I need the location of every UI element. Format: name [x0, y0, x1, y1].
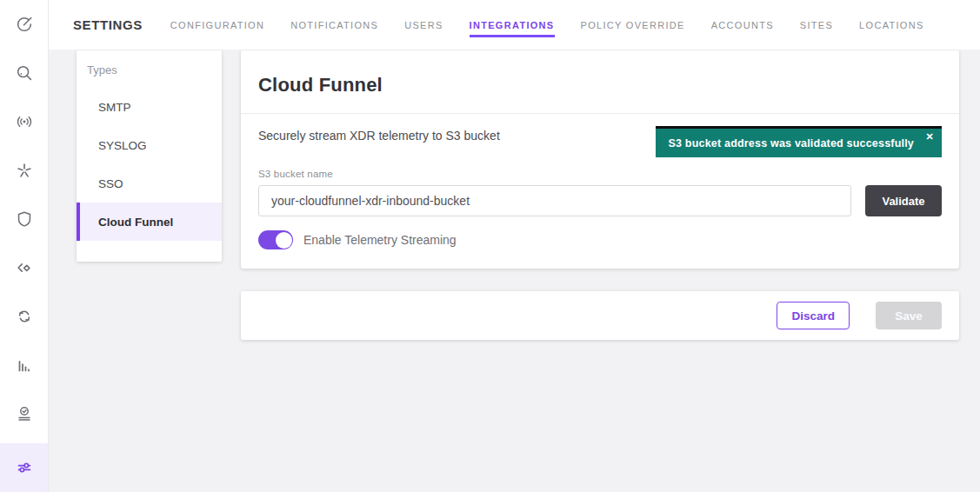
rail-item-reports[interactable]: [0, 341, 48, 389]
tab-sites[interactable]: SITES: [800, 12, 833, 37]
tab-accounts[interactable]: ACCOUNTS: [711, 12, 774, 37]
telemetry-toggle-label: Enable Telemetry Streaming: [303, 233, 457, 247]
page-title: SETTINGS: [73, 17, 143, 32]
s3-bucket-name-input[interactable]: [258, 185, 851, 216]
rail-item-policy[interactable]: [0, 243, 48, 292]
discard-button[interactable]: Discard: [777, 302, 850, 329]
tab-locations[interactable]: LOCATIONS: [859, 12, 923, 37]
tab-integrations[interactable]: INTEGRATIONS: [470, 12, 555, 37]
rail-item-sync[interactable]: [0, 292, 48, 341]
save-button[interactable]: Save: [876, 302, 942, 329]
telemetry-toggle-row: Enable Telemetry Streaming: [258, 230, 942, 249]
spark-icon: [15, 161, 34, 180]
type-item-syslog[interactable]: SYSLOG: [77, 126, 222, 164]
bar-chart-icon: [15, 356, 34, 375]
type-item-cloud-funnel[interactable]: Cloud Funnel: [77, 203, 222, 241]
search-icon: [15, 63, 34, 83]
cloud-funnel-title: Cloud Funnel: [258, 73, 942, 97]
type-item-smtp[interactable]: SMTP: [77, 88, 222, 126]
tab-configuration[interactable]: CONFIGURATION: [170, 12, 264, 37]
shield-icon: [15, 209, 34, 229]
rail-item-protection[interactable]: [0, 195, 48, 243]
validate-button[interactable]: Validate: [865, 185, 942, 216]
code-diamond-icon: [15, 258, 34, 277]
toast-message: S3 bucket address was validated successf…: [668, 137, 914, 150]
rail-item-ranger[interactable]: [0, 389, 48, 438]
rail-item-home[interactable]: [0, 0, 48, 49]
cloud-funnel-card: Cloud Funnel S3 bucket address was valid…: [241, 50, 959, 269]
tab-notifications[interactable]: NOTIFICATIONS: [290, 12, 378, 37]
tab-policy-override[interactable]: POLICY OVERRIDE: [581, 12, 685, 37]
s3-bucket-input-row: Validate: [258, 185, 942, 216]
sliders-icon: [15, 458, 34, 477]
validation-success-toast: S3 bucket address was validated successf…: [656, 126, 942, 157]
broadcast-icon: [15, 112, 34, 131]
cloud-funnel-body: S3 bucket address was validated successf…: [241, 114, 959, 269]
top-navigation: SETTINGS CONFIGURATION NOTIFICATIONS USE…: [49, 0, 980, 50]
toggle-knob: [276, 232, 292, 249]
rail-item-search[interactable]: [0, 49, 48, 97]
logo-gauge-icon: [15, 15, 34, 34]
icon-rail: [0, 0, 49, 492]
s3-bucket-name-label: S3 bucket name: [258, 169, 942, 179]
types-panel-header: Types: [77, 50, 222, 88]
types-panel: Types SMTP SYSLOG SSO Cloud Funnel: [77, 50, 222, 262]
rail-item-sensors[interactable]: [0, 97, 48, 146]
tab-users[interactable]: USERS: [404, 12, 443, 37]
toast-close-icon[interactable]: ✕: [926, 132, 934, 142]
settings-page: SETTINGS CONFIGURATION NOTIFICATIONS USE…: [0, 0, 980, 492]
action-bar: Discard Save: [241, 291, 959, 340]
rail-item-settings[interactable]: [0, 443, 48, 492]
cloud-funnel-header: Cloud Funnel: [241, 50, 959, 113]
type-item-sso[interactable]: SSO: [77, 164, 222, 203]
telemetry-streaming-toggle[interactable]: [258, 230, 293, 249]
scope-check-icon: [15, 404, 34, 423]
sync-icon: [15, 307, 34, 326]
rail-item-network[interactable]: [0, 146, 48, 195]
